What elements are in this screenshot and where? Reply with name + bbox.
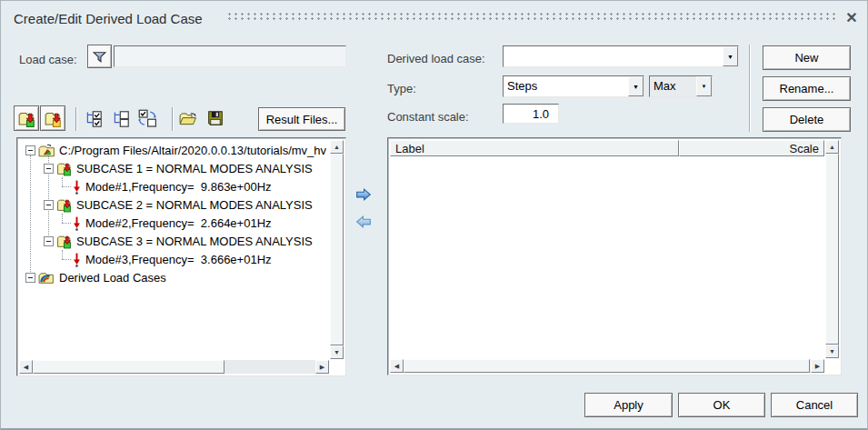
scroll-down-icon[interactable]: ▼: [330, 345, 344, 359]
apply-button[interactable]: Apply: [584, 393, 673, 417]
new-button[interactable]: New: [763, 45, 851, 70]
save-file-icon[interactable]: [206, 109, 224, 127]
tree-vertical-scrollbar[interactable]: ▲ ▼: [330, 140, 344, 359]
scroll-right-icon[interactable]: ▶: [315, 360, 329, 374]
type-label: Type:: [387, 82, 416, 95]
collapse-box-icon[interactable]: [44, 200, 54, 210]
tree-node-label: SUBCASE 3 = NORMAL MODES ANALYSIS: [76, 235, 313, 248]
tree-node-subcase-1[interactable]: SUBCASE 1 = NORMAL MODES ANALYSIS: [20, 159, 329, 177]
scrollbar-thumb[interactable]: [404, 359, 810, 373]
collapse-yellow-toggle-button[interactable]: [40, 105, 65, 131]
subcase-folder-icon: [54, 161, 73, 176]
folder-yellow-arrow-icon: [45, 110, 62, 127]
scroll-up-icon[interactable]: ▲: [330, 140, 344, 154]
tree-node-derived-load-cases[interactable]: Derived Load Cases: [20, 268, 329, 286]
collapse-box-icon[interactable]: [44, 164, 54, 174]
open-file-icon[interactable]: [179, 109, 197, 127]
scroll-down-icon[interactable]: ▼: [825, 345, 839, 358]
invert-check-icon[interactable]: [138, 109, 156, 127]
chevron-down-icon[interactable]: ▼: [696, 76, 712, 96]
close-icon[interactable]: ✕: [843, 8, 861, 26]
mode-vector-icon: [72, 179, 82, 195]
scrollbar-thumb[interactable]: [33, 360, 224, 374]
derived-load-case-combo[interactable]: ▼: [503, 45, 739, 67]
drag-handle-dots[interactable]: [226, 12, 837, 21]
folder-green-arrow-icon: [18, 110, 35, 127]
form-separator: [749, 45, 750, 132]
funnel-icon: [92, 49, 107, 65]
create-edit-derived-load-case-dialog: Create/Edit Derived Load Case ✕ Load cas…: [0, 0, 868, 430]
type-combo[interactable]: Steps ▼: [503, 75, 644, 97]
tree-elbow-connector: [57, 177, 72, 195]
add-to-derived-button[interactable]: [355, 186, 372, 203]
arrow-right-icon: [355, 186, 372, 203]
collapse-box-icon[interactable]: [44, 236, 54, 246]
uncheck-all-icon[interactable]: [112, 109, 130, 127]
collapse-box-icon[interactable]: [25, 273, 35, 283]
table-horizontal-scrollbar[interactable]: ◀ ▶: [390, 359, 824, 373]
collapse-green-toggle-button[interactable]: [14, 105, 39, 131]
ok-button[interactable]: OK: [678, 393, 765, 417]
tree-node-mode-3[interactable]: Mode#3,Frequency= 3.666e+01Hz: [20, 250, 329, 268]
ok-button-label: OK: [713, 398, 731, 412]
remove-from-derived-button[interactable]: [355, 214, 372, 230]
apply-button-label: Apply: [614, 398, 644, 412]
scrollbar-thumb[interactable]: [330, 154, 344, 345]
scrollbar-thumb[interactable]: [825, 154, 839, 345]
arrow-left-icon: [355, 214, 372, 230]
table-body-empty[interactable]: [390, 156, 824, 358]
column-header-text: Scale: [789, 142, 819, 155]
scroll-left-icon[interactable]: ◀: [390, 359, 404, 373]
subcase-folder-icon: [54, 197, 73, 213]
table-vertical-scrollbar[interactable]: ▲ ▼: [825, 140, 839, 358]
check-all-icon[interactable]: [85, 109, 103, 127]
tree-node-label: Derived Load Cases: [59, 271, 166, 285]
tree-node-results-file[interactable]: C:/Program Files/Altair/2020.0.0.13/tuto…: [20, 141, 329, 159]
envelope-combo[interactable]: Max ▼: [649, 75, 713, 97]
rename-button[interactable]: Rename...: [763, 76, 851, 101]
mode-vector-icon: [72, 252, 82, 267]
subcase-folder-icon: [54, 234, 73, 249]
tree-node-label: SUBCASE 1 = NORMAL MODES ANALYSIS: [76, 162, 313, 175]
mode-vector-icon: [72, 215, 82, 231]
collapse-box-icon[interactable]: [25, 145, 35, 155]
new-button-label: New: [794, 51, 818, 65]
load-case-field[interactable]: [114, 45, 346, 67]
title-bar: Create/Edit Derived Load Case ✕: [1, 1, 867, 34]
scroll-right-icon[interactable]: ▶: [811, 359, 824, 373]
tree-node-label: C:/Program Files/Altair/2020.0.0.13/tuto…: [59, 144, 326, 157]
toolbar-separator: [75, 107, 76, 131]
tree-node-mode-1[interactable]: Mode#1,Frequency= 9.863e+00Hz: [20, 177, 329, 195]
tree-node-subcase-3[interactable]: SUBCASE 3 = NORMAL MODES ANALYSIS: [20, 232, 329, 250]
cancel-button-label: Cancel: [796, 398, 833, 412]
load-case-tree-panel[interactable]: C:/Program Files/Altair/2020.0.0.13/tuto…: [16, 137, 346, 376]
table-header-row: Label Scale: [390, 140, 824, 156]
column-header-text: Label: [395, 142, 424, 155]
tree-elbow-connector: [57, 250, 72, 268]
tree-node-label: Mode#3,Frequency= 3.666e+01Hz: [85, 253, 272, 266]
chevron-down-icon[interactable]: ▼: [723, 46, 738, 66]
scroll-left-icon[interactable]: ◀: [19, 360, 33, 374]
column-header-label[interactable]: Label: [390, 140, 679, 156]
load-case-label: Load case:: [19, 53, 77, 66]
results-file-folder-icon: [35, 143, 55, 158]
tree-node-label: SUBCASE 2 = NORMAL MODES ANALYSIS: [76, 198, 313, 212]
tree-node-label: Mode#2,Frequency= 2.664e+01Hz: [85, 216, 272, 230]
tree-node-subcase-2[interactable]: SUBCASE 2 = NORMAL MODES ANALYSIS: [20, 195, 329, 214]
constant-scale-input[interactable]: [503, 104, 559, 124]
tree-elbow-connector: [57, 214, 72, 232]
load-case-tree[interactable]: C:/Program Files/Altair/2020.0.0.13/tuto…: [20, 141, 329, 359]
derived-components-table[interactable]: Label Scale ▲ ▼ ◀ ▶: [387, 137, 842, 375]
delete-button[interactable]: Delete: [763, 107, 851, 132]
rename-button-label: Rename...: [780, 82, 834, 95]
delete-button-label: Delete: [790, 113, 824, 126]
chevron-down-icon[interactable]: ▼: [628, 76, 644, 96]
tree-horizontal-scrollbar[interactable]: ◀ ▶: [19, 360, 329, 374]
tree-node-mode-2[interactable]: Mode#2,Frequency= 2.664e+01Hz: [20, 214, 329, 232]
result-files-button[interactable]: Result Files...: [258, 107, 345, 131]
scroll-up-icon[interactable]: ▲: [825, 140, 839, 154]
column-header-scale[interactable]: Scale: [679, 140, 824, 156]
cancel-button[interactable]: Cancel: [771, 393, 858, 417]
load-case-filter-button[interactable]: [87, 45, 112, 68]
derived-folder-icon: [35, 270, 55, 285]
